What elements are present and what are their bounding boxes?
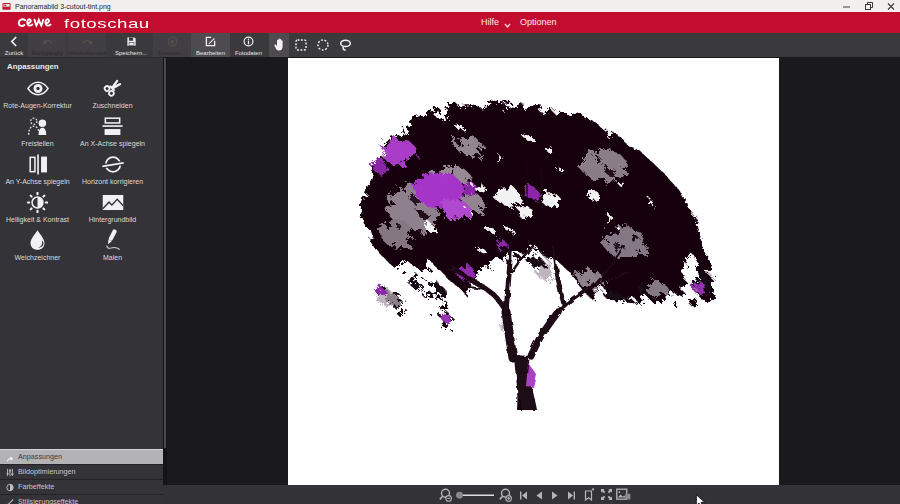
sidebar-anpassungen: Anpassungen Rote-Augen-Korrektur bbox=[0, 57, 163, 504]
cewe-logo-icon bbox=[17, 14, 62, 31]
tool-helligkeit-kontrast[interactable]: Helligkeit & Kontrast bbox=[0, 191, 75, 223]
app-icon bbox=[2, 2, 11, 11]
tool-horizont[interactable]: Horizont korrigieren bbox=[75, 153, 150, 185]
tool-mirror-y[interactable]: An Y-Achse spiegeln bbox=[0, 153, 75, 185]
previous-image-button[interactable] bbox=[534, 490, 544, 500]
app-name: fotoschau bbox=[64, 16, 150, 31]
zoom-out-button[interactable] bbox=[437, 487, 453, 502]
fit-to-window-button[interactable] bbox=[615, 488, 631, 501]
close-button[interactable] bbox=[882, 0, 900, 12]
next-image-icon bbox=[551, 491, 559, 500]
section-anpassungen[interactable]: Anpassungen bbox=[0, 449, 163, 464]
tool-zuschneiden[interactable]: Zuschneiden bbox=[75, 77, 150, 109]
last-image-icon bbox=[567, 491, 576, 500]
previous-image-icon bbox=[535, 491, 543, 500]
mirror-x-icon bbox=[75, 115, 150, 137]
redo-button[interactable]: Wiederherstellen bbox=[68, 33, 106, 57]
window-title: Panoramabild 3-cutout-tint.png bbox=[15, 0, 111, 12]
select-ellipse-tool[interactable] bbox=[313, 33, 333, 57]
restore-button[interactable] bbox=[860, 0, 878, 12]
menu-optionen[interactable]: Optionen bbox=[520, 17, 557, 27]
mirror-y-icon bbox=[0, 153, 75, 175]
marquee-rect-icon bbox=[291, 39, 311, 50]
tool-mirror-x[interactable]: An X-Achse spiegeln bbox=[75, 115, 150, 147]
save-button[interactable]: Speichern... bbox=[107, 33, 155, 57]
application-window: Panoramabild 3-cutout-tint.png fotoschau… bbox=[0, 0, 900, 504]
fullscreen-button[interactable] bbox=[599, 488, 613, 501]
print-icon bbox=[153, 36, 191, 47]
close-icon bbox=[887, 2, 895, 10]
edited-photo[interactable] bbox=[288, 58, 779, 485]
scrollbar-thumb[interactable] bbox=[164, 58, 167, 448]
paint-pen-icon bbox=[75, 229, 150, 251]
back-button[interactable]: Zurück bbox=[1, 33, 27, 57]
menu-hilfe[interactable]: Hilfe bbox=[481, 17, 499, 27]
pan-hand-tool[interactable] bbox=[269, 33, 289, 57]
zoom-in-icon bbox=[498, 488, 513, 502]
sidebar-accordion: Anpassungen Bildoptimierungen Farbeffekt… bbox=[0, 449, 163, 504]
title-bar: Panoramabild 3-cutout-tint.png bbox=[0, 0, 900, 12]
tool-rote-augen-korrektur[interactable]: Rote-Augen-Korrektur bbox=[0, 77, 75, 109]
background-image-icon bbox=[75, 191, 150, 213]
photodata-button[interactable]: Fotodaten bbox=[230, 33, 267, 57]
sidebar-header: Anpassungen bbox=[0, 57, 163, 74]
fit-to-window-icon bbox=[616, 488, 631, 501]
stylize-effects-icon bbox=[6, 499, 14, 504]
slider-track-icon bbox=[455, 491, 497, 499]
tool-freistellen[interactable]: Freistellen bbox=[0, 115, 75, 147]
zoom-out-icon bbox=[438, 488, 453, 502]
zoom-in-button[interactable] bbox=[497, 487, 513, 502]
tree-image bbox=[288, 58, 779, 485]
print-button[interactable]: Drucken... bbox=[153, 33, 191, 57]
original-view-button[interactable] bbox=[583, 488, 595, 501]
blur-drop-icon bbox=[0, 229, 75, 251]
minimize-button[interactable] bbox=[838, 0, 856, 12]
tool-weichzeichner[interactable]: Weichzeichner bbox=[0, 229, 75, 261]
next-image-button[interactable] bbox=[550, 490, 560, 500]
first-image-icon bbox=[519, 491, 528, 500]
save-icon bbox=[107, 36, 155, 47]
color-effects-icon bbox=[6, 484, 14, 492]
restore-icon bbox=[865, 2, 873, 10]
lasso-icon bbox=[335, 39, 355, 50]
tool-hintergrundbild[interactable]: Hintergrundbild bbox=[75, 191, 150, 223]
brand-bar: fotoschau Hilfe Optionen bbox=[0, 12, 900, 33]
horizon-icon bbox=[75, 153, 150, 175]
eye-icon bbox=[0, 77, 75, 99]
edit-button[interactable]: Bearbeiten bbox=[191, 33, 230, 57]
brightness-contrast-icon bbox=[0, 191, 75, 213]
chevron-down-icon[interactable] bbox=[504, 23, 511, 28]
select-lasso-tool[interactable] bbox=[335, 33, 355, 57]
edit-icon bbox=[191, 36, 230, 47]
redo-icon bbox=[68, 36, 106, 47]
original-view-icon bbox=[584, 488, 595, 501]
image-canvas[interactable] bbox=[167, 57, 900, 485]
minimize-icon bbox=[843, 2, 851, 10]
marquee-ellipse-icon bbox=[313, 39, 333, 50]
first-image-button[interactable] bbox=[518, 490, 528, 500]
section-bildoptimierungen[interactable]: Bildoptimierungen bbox=[0, 464, 163, 479]
person-cutout-icon bbox=[0, 115, 75, 137]
scissors-icon bbox=[75, 77, 150, 99]
undo-icon bbox=[28, 36, 66, 47]
undo-button[interactable]: Rückgängig bbox=[28, 33, 66, 57]
status-bar bbox=[163, 485, 900, 504]
zoom-slider[interactable] bbox=[455, 491, 497, 499]
back-icon bbox=[1, 36, 27, 47]
info-icon bbox=[230, 36, 267, 47]
select-rectangle-tool[interactable] bbox=[291, 33, 311, 57]
image-optimize-icon bbox=[6, 469, 14, 477]
main-toolbar: Zurück Rückgängig Wiederherstellen bbox=[0, 33, 900, 57]
tool-malen[interactable]: Malen bbox=[75, 229, 150, 261]
fullscreen-icon bbox=[600, 488, 613, 501]
hand-icon bbox=[269, 39, 289, 50]
section-farbeffekte[interactable]: Farbeffekte bbox=[0, 479, 163, 494]
section-stilisierungseffekte[interactable]: Stilisierungseffekte bbox=[0, 494, 163, 504]
mouse-cursor bbox=[695, 494, 706, 504]
last-image-button[interactable] bbox=[566, 490, 576, 500]
adjustments-icon bbox=[6, 454, 14, 462]
